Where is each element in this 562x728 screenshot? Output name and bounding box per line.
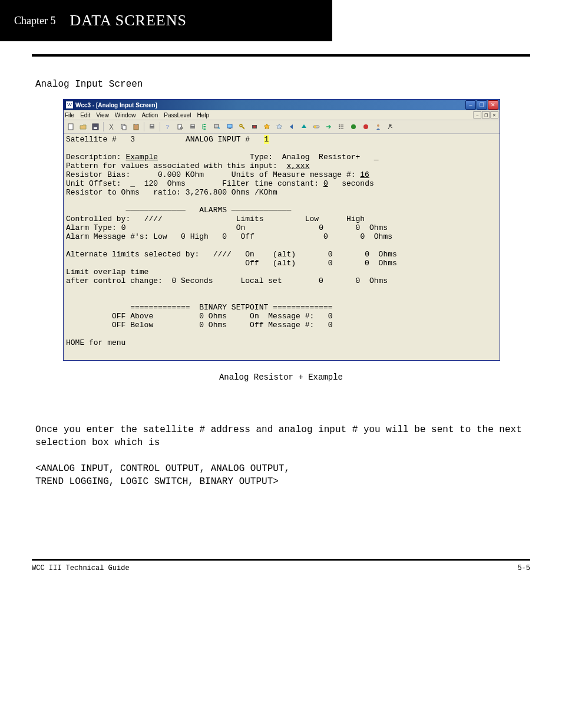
svg-rect-4 (123, 126, 126, 130)
alarm-type-value[interactable]: 0 (121, 223, 126, 232)
star1-icon[interactable] (261, 121, 273, 133)
limit-overlap-value[interactable]: 0 Seconds (171, 276, 213, 285)
low-header: Low (305, 215, 319, 223)
off-label: Off (241, 232, 254, 241)
maximize-button[interactable]: ❐ (477, 100, 487, 110)
off-below-value[interactable]: 0 Ohms (199, 321, 227, 330)
alternate-limits-label: Alternate limits selected by: (66, 250, 199, 259)
menu-file[interactable]: File (65, 112, 74, 118)
off-alt-high[interactable]: 0 (365, 259, 369, 268)
alternate-limits-value[interactable]: //// (213, 250, 232, 259)
red-dot-icon[interactable] (360, 121, 372, 133)
resistor-ratio-label: Resistor to Ohms ratio: (66, 188, 181, 197)
resistor-ratio-value[interactable]: 3,276.800 Ohms /KOhm (186, 188, 277, 197)
filter-time-constant-value[interactable]: 0 (323, 179, 328, 188)
menu-window[interactable]: Window (115, 112, 136, 118)
high-header: High (346, 215, 365, 223)
print-preview-icon[interactable] (174, 121, 186, 133)
svg-rect-26 (340, 125, 343, 126)
toggle-icon[interactable] (310, 121, 322, 133)
copy-icon[interactable] (118, 121, 130, 133)
off-above-value[interactable]: 0 Ohms (199, 312, 227, 321)
key-icon[interactable] (236, 121, 248, 133)
svg-rect-28 (340, 127, 343, 127)
off-alt-low[interactable]: 0 (328, 259, 333, 268)
alarm-type-label: Alarm Type: (66, 223, 117, 232)
alarm-msg-high[interactable]: 0 (222, 232, 227, 241)
nav-up-icon[interactable] (298, 121, 310, 133)
controlled-by-value[interactable]: //// (144, 215, 163, 223)
tree-icon[interactable] (199, 121, 211, 133)
unit-offset-label: Unit Offset: (66, 179, 121, 188)
analog-input-label: ANALOG INPUT # (186, 135, 250, 144)
local-set-label: Local set (240, 276, 282, 285)
paste-icon[interactable] (130, 121, 142, 133)
off-high-value[interactable]: 0 (360, 232, 365, 241)
pattern-label: Pattern for values associated with this … (66, 162, 277, 170)
save-icon[interactable] (90, 121, 101, 133)
go-icon[interactable] (323, 121, 335, 133)
green-dot-icon[interactable] (348, 121, 359, 133)
app-window: W Wcc3 - [Analog Input Screen] – ❐ ✕ Fil… (63, 99, 500, 361)
menu-action[interactable]: Action (141, 112, 158, 118)
chapter-number: Chapter 5 (14, 15, 55, 27)
title-bar[interactable]: W Wcc3 - [Analog Input Screen] – ❐ ✕ (64, 100, 500, 110)
off-alt-unit: Ohms (379, 259, 397, 268)
satellite-number[interactable]: 3 (130, 135, 135, 144)
on-low-value[interactable]: 0 (319, 223, 323, 232)
off-low-value[interactable]: 0 (323, 232, 328, 241)
type-value[interactable]: Analog Resistor+ (282, 153, 361, 162)
svg-point-33 (377, 124, 379, 127)
printer2-icon[interactable] (187, 121, 199, 133)
print-icon[interactable] (146, 121, 158, 133)
unit-offset-value[interactable]: 120 (144, 179, 158, 188)
menu-help[interactable]: Help (197, 112, 209, 118)
svg-rect-19 (229, 129, 231, 129)
filter-time-constant-unit: seconds (342, 179, 374, 188)
post-paragraph: Once you enter the satellite # address a… (35, 423, 527, 488)
selection-line-1: <ANALOG INPUT, CONTROL OUTPUT, ANALOG OU… (35, 462, 527, 475)
horizontal-rule-bottom (32, 559, 530, 561)
new-icon[interactable] (65, 121, 77, 133)
window-title: Wcc3 - [Analog Input Screen] (75, 102, 465, 108)
svg-rect-8 (150, 124, 154, 126)
menu-passlevel[interactable]: PassLevel (164, 112, 191, 118)
description-value[interactable]: Example (125, 153, 158, 162)
run-icon[interactable] (385, 121, 396, 133)
mdi-restore-button[interactable]: ❐ (482, 111, 490, 118)
bullets-icon[interactable] (335, 121, 347, 133)
on-alt-low[interactable]: 0 (328, 250, 333, 259)
resistor-bias-value[interactable]: 0.000 KOhm (158, 170, 204, 179)
alarm-msg-low[interactable]: 0 (181, 232, 186, 241)
svg-point-22 (253, 126, 256, 128)
analog-input-number[interactable]: 1 (264, 135, 270, 144)
on-alt-high[interactable]: 0 (365, 250, 369, 259)
pattern-value[interactable]: x,xxx (286, 162, 309, 170)
screen-icon[interactable] (224, 121, 236, 133)
units-measure-value[interactable]: 16 (360, 170, 369, 179)
star2-icon[interactable] (273, 121, 285, 133)
on-message-value[interactable]: 0 (328, 312, 333, 321)
svg-rect-5 (134, 124, 138, 130)
on-high-value[interactable]: 0 (356, 223, 361, 232)
cut-icon[interactable] (105, 121, 117, 133)
off-message-value[interactable]: 0 (328, 321, 333, 330)
nav-back-icon[interactable] (286, 121, 297, 133)
record-icon[interactable] (249, 121, 260, 133)
help-icon[interactable]: ? (162, 121, 174, 133)
send-icon[interactable] (211, 121, 223, 133)
open-icon[interactable] (77, 121, 89, 133)
menu-edit[interactable]: Edit (80, 112, 90, 118)
minimize-button[interactable]: – (465, 100, 476, 110)
mdi-minimize-button[interactable]: – (474, 111, 482, 118)
menu-view[interactable]: View (96, 112, 109, 118)
svg-rect-0 (68, 124, 73, 130)
local-high[interactable]: 0 (356, 276, 361, 285)
horizontal-rule-top (32, 54, 530, 57)
mdi-close-button[interactable]: ✕ (490, 111, 498, 118)
local-low[interactable]: 0 (319, 276, 323, 285)
alt-tag-2: (alt) (273, 259, 296, 268)
person-icon[interactable] (372, 121, 384, 133)
chapter-title: DATA SCREENS (70, 12, 186, 29)
close-button[interactable]: ✕ (488, 100, 498, 110)
